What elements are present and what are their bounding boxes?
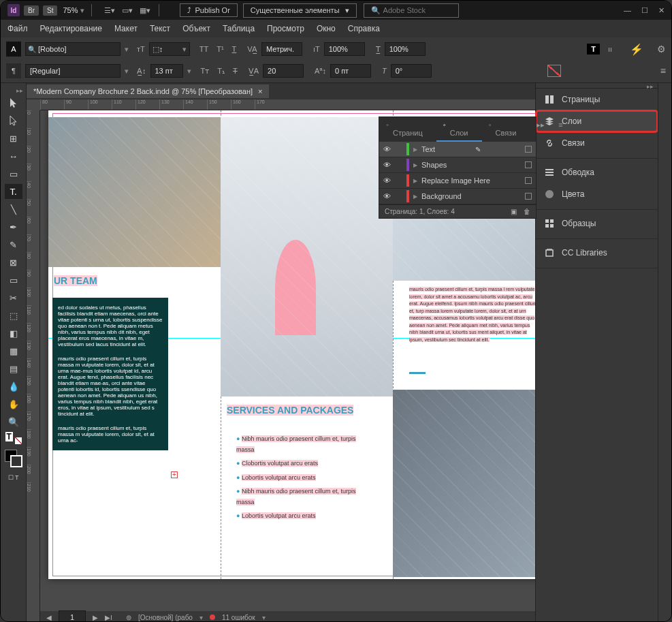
layer-name[interactable]: Text bbox=[421, 145, 435, 153]
panel-swatches[interactable]: Образцы bbox=[536, 213, 658, 234]
menu-help[interactable]: Справка bbox=[348, 24, 380, 33]
visibility-icon[interactable]: 👁 bbox=[383, 145, 393, 153]
expand-icon[interactable]: ▶ bbox=[413, 193, 417, 200]
workspace-dropdown[interactable]: Существенные элементы ▾ bbox=[243, 3, 357, 18]
heading-text[interactable]: UR TEAM bbox=[54, 275, 97, 286]
layer-row[interactable]: 👁▶Replace Image Here bbox=[379, 173, 536, 189]
maximize-icon[interactable]: ☐ bbox=[641, 6, 648, 15]
expand-icon[interactable]: ▶ bbox=[413, 162, 417, 168]
bridge-button[interactable]: Br bbox=[24, 5, 39, 16]
image-placeholder[interactable] bbox=[221, 117, 393, 396]
pencil-tool[interactable]: ✎ bbox=[5, 237, 22, 252]
tab-close-icon[interactable]: × bbox=[258, 87, 262, 95]
panel-color[interactable]: Цвета bbox=[536, 183, 658, 205]
errors-label[interactable]: 11 ошибок bbox=[222, 614, 255, 621]
image-placeholder[interactable] bbox=[48, 117, 221, 267]
font-family-input[interactable] bbox=[25, 42, 121, 56]
menu-edit[interactable]: Редактирование bbox=[40, 24, 102, 33]
bullet-item[interactable]: Lobortis volutpat arcu erats bbox=[236, 472, 372, 483]
tab-links[interactable]: ◦ Связи bbox=[482, 117, 530, 142]
target-icon[interactable] bbox=[525, 161, 532, 168]
screen-mode-icon[interactable]: ▭▾ bbox=[121, 3, 134, 17]
toolbox-collapse[interactable]: ▸▸ bbox=[1, 87, 26, 93]
vscale-input[interactable] bbox=[324, 42, 365, 56]
free-transform-tool[interactable]: ⬚ bbox=[5, 308, 22, 323]
tracking-input[interactable] bbox=[263, 64, 304, 78]
content-collector-tool[interactable]: ▭ bbox=[5, 166, 22, 181]
menu-object[interactable]: Объект bbox=[182, 24, 210, 33]
layer-row[interactable]: 👁▶Background bbox=[379, 189, 536, 204]
error-indicator-icon[interactable] bbox=[210, 615, 215, 620]
stock-button[interactable]: St bbox=[43, 5, 57, 16]
bullet-item[interactable]: Lobortis volutpat arcu erats bbox=[236, 510, 372, 521]
visibility-icon[interactable]: 👁 bbox=[383, 161, 393, 169]
hscale-input[interactable] bbox=[385, 42, 426, 56]
next-page-icon[interactable]: ▶ bbox=[93, 614, 98, 621]
allcaps-icon[interactable]: TT bbox=[199, 45, 208, 53]
publish-button[interactable]: ⤴ Publish Or bbox=[180, 3, 237, 17]
last-page-icon[interactable]: ▶Ⅰ bbox=[105, 614, 112, 621]
overset-text-icon[interactable]: + bbox=[171, 471, 178, 478]
expand-icon[interactable]: ▶ bbox=[413, 178, 417, 184]
bullet-item[interactable]: Clobortis volutpat arcu erats bbox=[236, 458, 372, 469]
visibility-icon[interactable]: 👁 bbox=[383, 176, 393, 185]
target-icon[interactable] bbox=[525, 193, 532, 200]
page-tool[interactable]: ⊞ bbox=[5, 131, 22, 146]
gradient-feather-tool[interactable]: ▦ bbox=[5, 343, 22, 358]
toggle-fill-icon[interactable]: T bbox=[5, 432, 22, 444]
pen-tool[interactable]: ✒ bbox=[5, 219, 22, 234]
para-format-icon[interactable]: ¶ bbox=[6, 63, 21, 78]
char-format-icon[interactable]: A bbox=[6, 42, 21, 57]
rectangle-frame-tool[interactable]: ⊠ bbox=[5, 255, 22, 270]
panel-stroke[interactable]: Обводка bbox=[536, 161, 658, 183]
text-frame[interactable]: ed dolor sodales ut metus, phasellus fac… bbox=[52, 298, 168, 450]
tab-pages[interactable]: ◦ Страниц bbox=[379, 117, 436, 142]
expand-icon[interactable]: ▶ bbox=[413, 146, 417, 153]
direct-selection-tool[interactable] bbox=[5, 113, 22, 128]
new-layer-icon[interactable]: ▣ bbox=[511, 208, 517, 215]
panel-pages[interactable]: Страницы bbox=[536, 89, 658, 110]
kerning-input[interactable] bbox=[261, 42, 302, 56]
selection-tool[interactable] bbox=[5, 95, 22, 110]
bullets-text[interactable]: Nibh mauris odio praesent cillum et, tur… bbox=[236, 431, 372, 524]
arrange-icon[interactable]: ▦▾ bbox=[138, 3, 152, 17]
layer-name[interactable]: Background bbox=[421, 192, 462, 200]
panel-collapse-icon[interactable]: ▸▸ bbox=[530, 117, 551, 142]
menu-type[interactable]: Текст bbox=[150, 24, 170, 33]
strike-icon[interactable]: T bbox=[233, 67, 238, 75]
bullet-item[interactable]: Nibh mauris odio praesent cillum et, tur… bbox=[236, 433, 372, 455]
target-icon[interactable] bbox=[525, 177, 532, 184]
subscript-icon[interactable]: T₁ bbox=[217, 67, 225, 76]
ruler-horizontal[interactable]: 8090100110120130140150160170 bbox=[40, 99, 535, 110]
minimize-icon[interactable]: — bbox=[624, 6, 631, 15]
font-size-input[interactable] bbox=[150, 64, 183, 78]
underline-icon[interactable]: T bbox=[232, 45, 237, 53]
layer-name[interactable]: Replace Image Here bbox=[421, 176, 490, 185]
heading-text[interactable]: SERVICES AND PACKAGES bbox=[227, 405, 353, 416]
char-fill-icon[interactable]: T bbox=[587, 44, 600, 55]
note-tool[interactable]: ▤ bbox=[5, 361, 22, 376]
target-icon[interactable] bbox=[525, 146, 532, 153]
menu-file[interactable]: Файл bbox=[7, 24, 28, 33]
panel-menu-icon[interactable]: ⚙ bbox=[657, 44, 666, 55]
delete-layer-icon[interactable]: 🗑 bbox=[524, 208, 530, 215]
tab-layers[interactable]: ◦ Слои bbox=[436, 117, 482, 142]
scissors-tool[interactable]: ✂ bbox=[5, 290, 22, 305]
stock-search[interactable]: 🔍 Adobe Stock bbox=[364, 3, 459, 18]
zoom-tool[interactable]: 🔍 bbox=[5, 414, 22, 429]
quick-apply-icon[interactable]: ⚡ bbox=[630, 43, 643, 56]
doc-tab[interactable]: *Modern Company Brochure 2 Back.indd @ 7… bbox=[27, 84, 269, 98]
eyedropper-tool[interactable]: 💧 bbox=[5, 379, 22, 394]
gap-tool[interactable]: ↔ bbox=[5, 149, 22, 164]
hand-tool[interactable]: ✋ bbox=[5, 396, 22, 411]
zoom-level[interactable]: 75% bbox=[63, 6, 78, 14]
image-placeholder[interactable] bbox=[393, 390, 535, 577]
layer-row[interactable]: 👁▶Shapes bbox=[379, 157, 536, 173]
text-frame[interactable]: mauris odio praesent cillum et, turpis m… bbox=[409, 286, 535, 343]
default-fill-icon[interactable]: ☐ T bbox=[5, 470, 22, 485]
menu-view[interactable]: Просмотр bbox=[267, 24, 304, 33]
smallcaps-icon[interactable]: Tᴛ bbox=[201, 67, 210, 76]
panel-menu-icon[interactable]: ≡ bbox=[551, 117, 569, 142]
bullet-item[interactable]: Nibh mauris odio praesent cillum et, tur… bbox=[236, 486, 372, 508]
baseline-input[interactable] bbox=[330, 64, 371, 78]
